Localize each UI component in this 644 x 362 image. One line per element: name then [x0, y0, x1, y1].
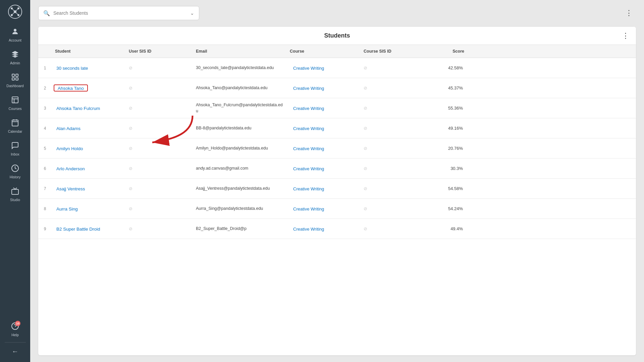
sis-icon: ⊘ [129, 106, 132, 111]
sidebar-item-help[interactable]: 10 Help [0, 318, 30, 341]
search-input[interactable] [53, 10, 187, 16]
email-cell: Amilyn_Holdo@pandalytictestdata.edu [193, 144, 286, 153]
course-sis-icon: ⊘ [364, 65, 367, 70]
email-cell: B2_Super_Battle_Droid@p [193, 225, 286, 233]
score-cell: 54.24% [427, 205, 468, 213]
sidebar-item-courses[interactable]: Courses [0, 92, 30, 115]
svg-rect-11 [12, 74, 14, 76]
sidebar-item-label-calendar: Calendar [8, 129, 22, 133]
course-link[interactable]: Creative Writing [290, 145, 327, 153]
course-sis-cell: ⊘ [360, 225, 427, 233]
svg-line-6 [12, 8, 15, 12]
course-sis-cell: ⊘ [360, 124, 427, 132]
student-link[interactable]: Ahsoka Tano Fulcrum [53, 105, 103, 112]
student-link[interactable]: Arlo Anderson [53, 165, 88, 173]
table-body: 1 30 seconds late ⊘ 30_seconds_late@pand… [38, 58, 636, 239]
column-headers: Student User SIS ID Email Course Course … [38, 45, 636, 58]
search-bar[interactable]: 🔍 ⌄ [38, 6, 199, 20]
sis-icon: ⊘ [129, 126, 132, 131]
score-cell: 55.36% [427, 104, 468, 112]
table-row: 5 Amilyn Holdo ⊘ Amilyn_Holdo@pandalytic… [38, 138, 636, 159]
sidebar-item-admin[interactable]: Admin [0, 46, 30, 69]
sis-id-cell: ⊘ [125, 205, 193, 213]
course-sis-cell: ⊘ [360, 205, 427, 213]
main-content: 🔍 ⌄ ⋮ Students ⋮ Student User SIS ID Ema… [30, 0, 644, 362]
student-link[interactable]: Ahsoka Tano [54, 84, 87, 92]
course-sis-icon: ⊘ [364, 126, 367, 131]
sis-icon: ⊘ [129, 166, 132, 171]
sis-icon: ⊘ [129, 206, 132, 211]
logo[interactable] [7, 3, 23, 20]
course-link[interactable]: Creative Writing [290, 125, 327, 132]
table-more-button[interactable]: ⋮ [619, 30, 633, 42]
course-sis-cell: ⊘ [360, 185, 427, 192]
table-row: 8 Aurra Sing ⊘ Aurra_Sing@pandalytictest… [38, 199, 636, 219]
table-row: 3 Ahsoka Tano Fulcrum ⊘ Ahsoka_Tano_Fulc… [38, 98, 636, 118]
row-number: 2 [38, 84, 52, 92]
course-link[interactable]: Creative Writing [290, 84, 327, 92]
table-title: Students [324, 32, 350, 39]
student-link[interactable]: Alan Adams [53, 125, 84, 132]
student-link[interactable]: Aurra Sing [53, 205, 81, 213]
student-link[interactable]: B2 Super Battle Droid [53, 225, 104, 233]
course-link[interactable]: Creative Writing [290, 185, 327, 193]
sidebar-item-back[interactable]: ← [0, 344, 30, 359]
sidebar-item-calendar[interactable]: Calendar [0, 115, 30, 137]
student-link[interactable]: Amilyn Holdo [53, 145, 87, 153]
sidebar-item-label-account: Account [9, 38, 21, 42]
table-title-row: Students ⋮ [38, 27, 636, 45]
col-header-sis: User SIS ID [125, 48, 193, 55]
row-number: 8 [38, 205, 52, 213]
sidebar-item-studio[interactable]: Studio [0, 183, 30, 206]
email-cell: Ahsoka_Tano_Fulcrum@pandalytictestdata.e… [193, 101, 286, 115]
table-wrapper: Students ⋮ Student User SIS ID Email Cou… [38, 27, 636, 355]
course-link[interactable]: Creative Writing [290, 165, 327, 173]
score-cell: 20.76% [427, 144, 468, 152]
student-link[interactable]: Asajj Ventress [53, 185, 89, 193]
course-link[interactable]: Creative Writing [290, 105, 327, 112]
svg-rect-14 [16, 78, 18, 80]
content-area: Students ⋮ Student User SIS ID Email Cou… [30, 20, 644, 362]
sidebar-item-label-help: Help [11, 333, 19, 337]
top-bar: 🔍 ⌄ ⋮ [30, 0, 644, 20]
courses-icon [11, 96, 19, 105]
course-sis-cell: ⊘ [360, 84, 427, 92]
svg-rect-12 [16, 74, 18, 76]
inbox-icon [11, 141, 19, 151]
sidebar-item-label-dashboard: Dashboard [6, 84, 23, 88]
col-header-course: Course [286, 48, 360, 55]
course-sis-icon: ⊘ [364, 186, 367, 191]
sidebar-item-inbox[interactable]: Inbox [0, 137, 30, 160]
course-link[interactable]: Creative Writing [290, 225, 327, 233]
account-icon [11, 27, 19, 37]
email-cell: andy.ad.canvas@gmail.com [193, 164, 286, 173]
table-row: 6 Arlo Anderson ⊘ andy.ad.canvas@gmail.c… [38, 159, 636, 179]
sidebar-item-account[interactable]: Account [0, 23, 30, 46]
course-sis-icon: ⊘ [364, 226, 367, 231]
col-header-student: Student [52, 48, 125, 55]
sidebar: Account Admin Dashboard Courses Calendar… [0, 0, 30, 362]
row-number: 6 [38, 165, 52, 172]
student-link[interactable]: 30 seconds late [53, 64, 92, 72]
course-sis-icon: ⊘ [364, 146, 367, 151]
sidebar-item-history[interactable]: History [0, 160, 30, 183]
studio-icon [11, 187, 19, 196]
email-cell: Ahsoka_Tano@pandalytictestdata.edu [193, 84, 286, 93]
course-link[interactable]: Creative Writing [290, 205, 327, 213]
top-more-button[interactable]: ⋮ [622, 7, 636, 19]
sis-id-cell: ⊘ [125, 144, 193, 152]
sis-icon: ⊘ [129, 146, 132, 151]
course-sis-icon: ⊘ [364, 106, 367, 111]
svg-rect-18 [12, 120, 18, 126]
svg-rect-13 [12, 78, 14, 80]
svg-line-7 [15, 8, 18, 12]
sis-icon: ⊘ [129, 186, 132, 191]
course-sis-icon: ⊘ [364, 85, 367, 90]
sidebar-item-dashboard[interactable]: Dashboard [0, 69, 30, 92]
help-badge-wrapper: 10 [11, 322, 19, 331]
score-cell: 45.37% [427, 84, 468, 92]
sis-icon: ⊘ [129, 226, 132, 231]
back-icon: ← [12, 348, 18, 355]
course-link[interactable]: Creative Writing [290, 64, 327, 72]
row-number: 3 [38, 105, 52, 112]
